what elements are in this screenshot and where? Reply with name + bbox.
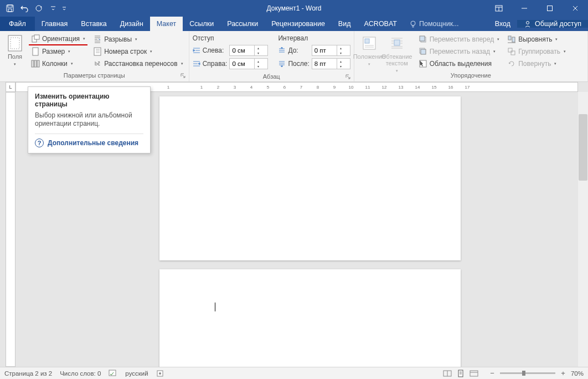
tell-me-label: Помощник...	[419, 20, 459, 28]
question-icon: ?	[35, 139, 44, 147]
tell-me-input[interactable]: Помощник...	[404, 17, 465, 31]
vertical-scrollbar[interactable]	[578, 92, 588, 367]
selection-pane-button[interactable]: Область выделения	[416, 58, 502, 70]
signin-button[interactable]: Вход	[488, 20, 517, 28]
bring-forward-icon	[419, 35, 427, 44]
status-language[interactable]: русский	[125, 370, 148, 377]
tooltip-link-label: Дополнительные сведения	[48, 139, 138, 147]
ruler-tick: 14	[409, 83, 426, 92]
svg-rect-18	[365, 39, 369, 43]
ruler-tick: 1	[193, 83, 210, 92]
tab-file[interactable]: Файл	[0, 17, 35, 31]
arrange-group-label: Упорядочение	[451, 72, 491, 79]
tab-insert[interactable]: Вставка	[74, 17, 113, 31]
share-button[interactable]: Общий доступ	[517, 20, 588, 28]
view-web-layout[interactable]	[468, 368, 480, 378]
margins-icon	[6, 34, 24, 52]
close-button[interactable]	[563, 0, 588, 17]
page-setup-launcher[interactable]	[180, 73, 187, 79]
spacing-before-input[interactable]: ▴▾	[312, 45, 350, 56]
view-print-layout[interactable]	[455, 368, 467, 378]
line-numbers-button[interactable]: Номера строк▾	[91, 45, 185, 58]
ribbon-display-options-button[interactable]	[486, 0, 512, 17]
size-button[interactable]: Размер▾	[29, 45, 87, 58]
send-backward-label: Переместить назад	[430, 48, 490, 55]
rotate-button[interactable]: Повернуть▾	[505, 58, 568, 70]
margins-button[interactable]: Поля▾	[3, 33, 27, 68]
spacing-after-input[interactable]: ▴▾	[312, 58, 350, 69]
zoom-in-button[interactable]: +	[559, 369, 568, 377]
status-spellcheck[interactable]	[109, 370, 117, 377]
rotate-icon	[507, 59, 516, 68]
indent-left-input[interactable]: ▴▾	[229, 45, 268, 56]
tab-mailings[interactable]: Рассылки	[220, 17, 265, 31]
group-objects-label: Группировать	[518, 48, 560, 55]
svg-rect-27	[508, 48, 512, 52]
page-2[interactable]	[159, 269, 461, 367]
vertical-ruler[interactable]	[6, 92, 16, 367]
maximize-button[interactable]	[537, 0, 563, 17]
columns-button[interactable]: Колонки▾	[29, 58, 87, 70]
undo-button[interactable]	[18, 2, 31, 15]
ruler-tick	[177, 83, 193, 92]
svg-rect-5	[548, 6, 553, 11]
ruler-tick: 1	[160, 83, 177, 92]
wrap-text-label: Обтекание текстом	[381, 53, 412, 66]
tab-home[interactable]: Главная	[35, 17, 75, 31]
indent-right-input[interactable]: ▴▾	[229, 58, 268, 69]
group-arrange: Положение▾ Обтекание текстом▾ Переместит…	[354, 31, 588, 81]
zoom-out-button[interactable]: −	[488, 369, 497, 377]
align-icon	[507, 35, 516, 44]
minimize-button[interactable]	[512, 0, 537, 17]
columns-label: Колонки	[42, 60, 68, 68]
svg-rect-25	[508, 36, 511, 40]
tab-layout[interactable]: Макет	[150, 17, 183, 31]
group-objects-button[interactable]: Группировать▾	[505, 45, 568, 58]
ruler-tick: 11	[359, 83, 376, 92]
send-backward-button[interactable]: Переместить назад▾	[416, 45, 502, 58]
tab-acrobat[interactable]: ACROBAT	[357, 17, 404, 31]
view-buttons	[441, 368, 480, 378]
breaks-button[interactable]: Разрывы▾	[91, 33, 185, 45]
tab-references[interactable]: Ссылки	[183, 17, 220, 31]
paragraph-launcher[interactable]	[345, 74, 352, 80]
svg-point-3	[36, 6, 42, 11]
svg-rect-11	[34, 35, 39, 39]
status-page[interactable]: Страница 2 из 2	[4, 370, 52, 377]
save-button[interactable]	[3, 2, 17, 15]
bring-forward-button[interactable]: Переместить вперед▾	[416, 33, 502, 45]
ruler-tick: 8	[310, 83, 326, 92]
orientation-button[interactable]: Ориентация▾	[29, 33, 87, 45]
tab-view[interactable]: Вид	[332, 17, 358, 31]
hyphenation-label: Расстановка переносов	[104, 60, 178, 68]
svg-rect-33	[458, 370, 463, 377]
spacing-after-icon	[278, 60, 286, 67]
qat-more-button[interactable]	[61, 2, 68, 15]
margins-label: Поля	[8, 53, 22, 60]
bring-forward-label: Переместить вперед	[430, 35, 494, 43]
wrap-text-icon	[388, 34, 406, 52]
hyphenation-icon: bc̄	[93, 59, 102, 68]
status-macro[interactable]	[156, 370, 164, 377]
svg-rect-28	[511, 51, 515, 55]
svg-point-7	[527, 22, 529, 24]
ribbon: Поля▾ Ориентация▾ Размер▾ Колонки▾	[0, 31, 588, 82]
hyphenation-button[interactable]: bc̄ Расстановка переносов▾	[91, 58, 185, 70]
zoom-slider[interactable]	[500, 372, 555, 374]
tooltip-body: Выбор книжной или альбомной ориентации с…	[35, 111, 143, 128]
zoom-level[interactable]: 70%	[571, 370, 584, 377]
tab-review[interactable]: Рецензирование	[265, 17, 332, 31]
view-read-mode[interactable]	[441, 368, 453, 378]
qat-customize-button[interactable]	[47, 2, 60, 15]
redo-button[interactable]	[32, 2, 45, 15]
status-word-count[interactable]: Число слов: 0	[60, 370, 101, 377]
page-1[interactable]	[159, 96, 461, 260]
tab-design[interactable]: Дизайн	[114, 17, 150, 31]
indent-left-icon	[193, 47, 200, 54]
align-button[interactable]: Выровнять▾	[505, 33, 568, 45]
svg-point-31	[159, 372, 161, 375]
tab-selector[interactable]: L	[6, 82, 16, 92]
tooltip-more-link[interactable]: ? Дополнительные сведения	[35, 134, 143, 147]
indent-header: Отступ	[193, 34, 269, 42]
scrollbar-thumb[interactable]	[579, 114, 587, 181]
